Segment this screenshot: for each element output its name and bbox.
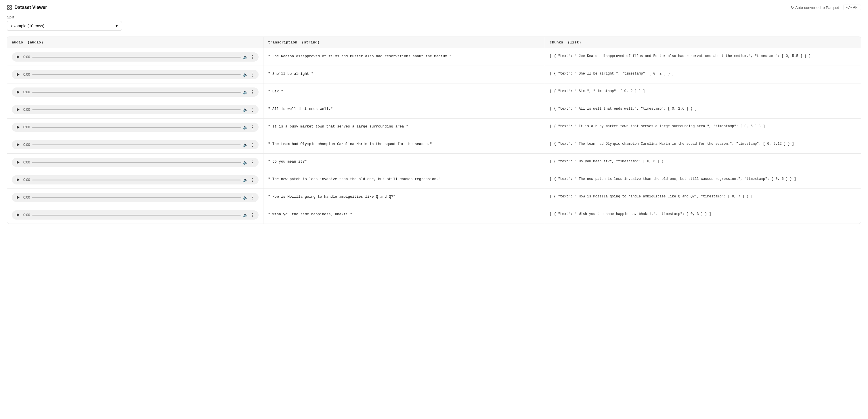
table-row: 0:00 🔈 ⋮ " The new patch is less invasiv… bbox=[7, 171, 861, 189]
volume-icon[interactable]: 🔈 bbox=[243, 90, 248, 94]
transcription-cell: " How is Mozilla going to handle ambigui… bbox=[263, 189, 545, 206]
play-button[interactable] bbox=[15, 212, 21, 218]
split-dropdown[interactable]: example (10 rows) ▾ bbox=[7, 21, 122, 31]
play-button[interactable] bbox=[15, 159, 21, 165]
more-options-icon[interactable]: ⋮ bbox=[250, 54, 255, 60]
play-button[interactable] bbox=[15, 194, 21, 200]
audio-time: 0:00 bbox=[23, 55, 30, 59]
audio-cell: 0:00 🔈 ⋮ bbox=[7, 119, 263, 136]
transcription-cell: " Six." bbox=[263, 84, 545, 101]
volume-icon[interactable]: 🔈 bbox=[243, 178, 248, 182]
more-options-icon[interactable]: ⋮ bbox=[250, 107, 255, 113]
chunks-cell: [ { "text": " It is a busy market town t… bbox=[545, 119, 861, 136]
more-options-icon[interactable]: ⋮ bbox=[250, 195, 255, 200]
volume-icon[interactable]: 🔈 bbox=[243, 195, 248, 200]
title-area: Dataset Viewer bbox=[7, 5, 47, 10]
progress-bar[interactable] bbox=[32, 92, 241, 93]
audio-player: 0:00 🔈 ⋮ bbox=[12, 105, 258, 114]
progress-bar[interactable] bbox=[32, 162, 241, 163]
progress-bar[interactable] bbox=[32, 57, 241, 58]
more-options-icon[interactable]: ⋮ bbox=[250, 212, 255, 218]
audio-time: 0:00 bbox=[23, 125, 30, 129]
audio-cell: 0:00 🔈 ⋮ bbox=[7, 84, 263, 101]
play-icon bbox=[17, 125, 20, 129]
api-button[interactable]: </> API bbox=[843, 5, 861, 10]
table-row: 0:00 🔈 ⋮ " It is a busy market town that… bbox=[7, 119, 861, 136]
play-icon bbox=[17, 90, 20, 94]
volume-icon[interactable]: 🔈 bbox=[243, 213, 248, 217]
progress-bar[interactable] bbox=[32, 215, 241, 215]
more-options-icon[interactable]: ⋮ bbox=[250, 90, 255, 95]
play-icon bbox=[17, 108, 20, 111]
more-options-icon[interactable]: ⋮ bbox=[250, 177, 255, 183]
progress-bar[interactable] bbox=[32, 109, 241, 110]
volume-icon[interactable]: 🔈 bbox=[243, 55, 248, 59]
audio-cell: 0:00 🔈 ⋮ bbox=[7, 136, 263, 154]
play-button[interactable] bbox=[15, 142, 21, 148]
progress-bar[interactable] bbox=[32, 180, 241, 180]
volume-icon[interactable]: 🔈 bbox=[243, 125, 248, 129]
chunks-cell: [ { "text": " Wish you the same happines… bbox=[545, 206, 861, 224]
audio-player: 0:00 🔈 ⋮ bbox=[12, 123, 258, 132]
page-header: Dataset Viewer ↻ Auto-converted to Parqu… bbox=[7, 5, 861, 10]
transcription-cell: " All is well that ends well." bbox=[263, 101, 545, 119]
play-button[interactable] bbox=[15, 177, 21, 183]
col-transcription: transcription (string) bbox=[263, 37, 545, 48]
play-icon bbox=[17, 160, 20, 164]
volume-icon[interactable]: 🔈 bbox=[243, 107, 248, 112]
chunks-cell: [ { "text": " Six.", "timestamp": [ 0, 2… bbox=[545, 84, 861, 101]
audio-time: 0:00 bbox=[23, 108, 30, 112]
table-row: 0:00 🔈 ⋮ " Wish you the same happiness, … bbox=[7, 206, 861, 224]
svg-rect-0 bbox=[7, 5, 9, 7]
audio-time: 0:00 bbox=[23, 160, 30, 164]
more-options-icon[interactable]: ⋮ bbox=[250, 125, 255, 130]
table-row: 0:00 🔈 ⋮ " Six."[ { "text": " Six.", "ti… bbox=[7, 84, 861, 101]
play-button[interactable] bbox=[15, 124, 21, 130]
audio-cell: 0:00 🔈 ⋮ bbox=[7, 189, 263, 206]
audio-time: 0:00 bbox=[23, 213, 30, 217]
svg-rect-2 bbox=[7, 8, 9, 9]
chunks-cell: [ { "text": " The new patch is less inva… bbox=[545, 171, 861, 189]
play-button[interactable] bbox=[15, 107, 21, 113]
auto-converted-label: Auto-converted to Parquet bbox=[795, 5, 839, 10]
volume-icon[interactable]: 🔈 bbox=[243, 160, 248, 164]
more-options-icon[interactable]: ⋮ bbox=[250, 160, 255, 165]
progress-bar[interactable] bbox=[32, 145, 241, 145]
more-options-icon[interactable]: ⋮ bbox=[250, 72, 255, 78]
transcription-cell: " Do you mean it?" bbox=[263, 154, 545, 171]
play-icon bbox=[17, 143, 20, 147]
chunks-cell: [ { "text": " How is Mozilla going to ha… bbox=[545, 189, 861, 206]
play-button[interactable] bbox=[15, 72, 21, 78]
auto-converted-link[interactable]: ↻ Auto-converted to Parquet bbox=[791, 5, 839, 10]
play-icon bbox=[17, 73, 20, 76]
play-button[interactable] bbox=[15, 89, 21, 95]
volume-icon[interactable]: 🔈 bbox=[243, 72, 248, 77]
audio-player: 0:00 🔈 ⋮ bbox=[12, 88, 258, 97]
audio-player: 0:00 🔈 ⋮ bbox=[12, 158, 258, 167]
split-selected-value: example (10 rows) bbox=[11, 24, 44, 28]
col-audio: audio (audio) bbox=[7, 37, 263, 48]
transcription-cell: " She'll be alright." bbox=[263, 66, 545, 84]
progress-bar[interactable] bbox=[32, 197, 241, 198]
dataset-table: audio (audio) transcription (string) chu… bbox=[7, 36, 861, 224]
transcription-cell: " It is a busy market town that serves a… bbox=[263, 119, 545, 136]
audio-cell: 0:00 🔈 ⋮ bbox=[7, 66, 263, 84]
col-chunks: chunks (list) bbox=[545, 37, 861, 48]
grid-icon bbox=[7, 5, 12, 10]
audio-cell: 0:00 🔈 ⋮ bbox=[7, 154, 263, 171]
audio-time: 0:00 bbox=[23, 72, 30, 77]
chunks-cell: [ { "text": " Joe Keaton disapproved of … bbox=[545, 48, 861, 66]
volume-icon[interactable]: 🔈 bbox=[243, 143, 248, 147]
progress-bar[interactable] bbox=[32, 127, 241, 128]
audio-time: 0:00 bbox=[23, 143, 30, 147]
play-icon bbox=[17, 55, 20, 59]
play-button[interactable] bbox=[15, 54, 21, 60]
audio-player: 0:00 🔈 ⋮ bbox=[12, 175, 258, 184]
table-row: 0:00 🔈 ⋮ " Do you mean it?"[ { "text": "… bbox=[7, 154, 861, 171]
audio-player: 0:00 🔈 ⋮ bbox=[12, 210, 258, 219]
code-icon: </> bbox=[846, 6, 852, 9]
progress-bar[interactable] bbox=[32, 74, 241, 75]
more-options-icon[interactable]: ⋮ bbox=[250, 142, 255, 148]
table-row: 0:00 🔈 ⋮ " She'll be alright."[ { "text"… bbox=[7, 66, 861, 84]
table-row: 0:00 🔈 ⋮ " How is Mozilla going to handl… bbox=[7, 189, 861, 206]
